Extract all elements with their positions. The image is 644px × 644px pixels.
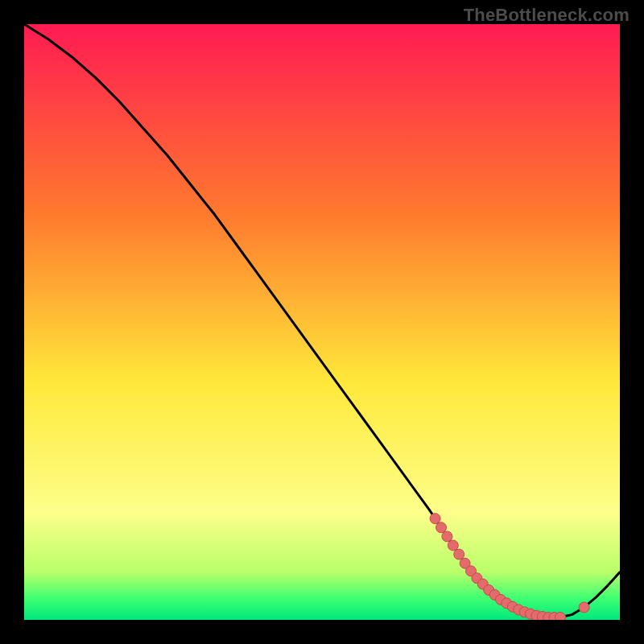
marker-point: [436, 522, 447, 533]
marker-point: [430, 514, 440, 524]
marker-point: [442, 531, 452, 542]
watermark-text: TheBottleneck.com: [464, 5, 630, 26]
chart-svg: [24, 24, 620, 620]
marker-point: [454, 549, 464, 559]
marker-point: [579, 602, 589, 613]
marker-point: [555, 613, 566, 620]
chart-frame: TheBottleneck.com: [0, 0, 644, 644]
gradient-background: [24, 24, 620, 620]
plot-area: [24, 24, 620, 620]
marker-point: [448, 540, 458, 551]
